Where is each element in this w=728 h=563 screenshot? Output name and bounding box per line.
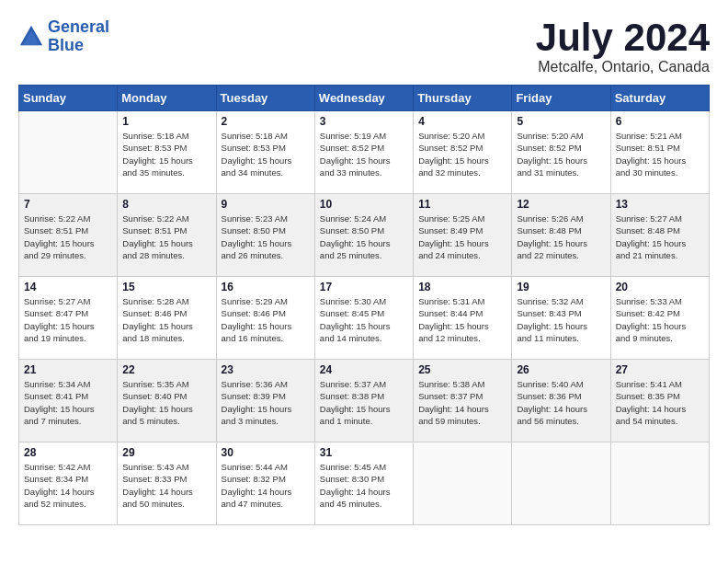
day-number: 7: [24, 198, 112, 211]
day-header-thursday: Thursday: [414, 86, 512, 111]
day-cell: 19Sunrise: 5:32 AMSunset: 8:43 PMDayligh…: [512, 277, 610, 360]
day-header-wednesday: Wednesday: [314, 86, 413, 111]
day-cell: 2Sunrise: 5:18 AMSunset: 8:53 PMDaylight…: [216, 111, 314, 194]
day-cell: 6Sunrise: 5:21 AMSunset: 8:51 PMDaylight…: [610, 111, 709, 194]
day-info: Sunrise: 5:40 AMSunset: 8:36 PMDaylight:…: [517, 378, 605, 427]
day-cell: [19, 111, 118, 194]
day-info: Sunrise: 5:38 AMSunset: 8:37 PMDaylight:…: [418, 378, 506, 427]
day-cell: 15Sunrise: 5:28 AMSunset: 8:46 PMDayligh…: [118, 277, 216, 360]
day-info: Sunrise: 5:31 AMSunset: 8:44 PMDaylight:…: [418, 295, 506, 344]
day-cell: 26Sunrise: 5:40 AMSunset: 8:36 PMDayligh…: [512, 360, 610, 442]
day-number: 16: [222, 281, 310, 293]
day-number: 2: [222, 115, 310, 128]
day-cell: 30Sunrise: 5:44 AMSunset: 8:32 PMDayligh…: [216, 442, 314, 525]
day-info: Sunrise: 5:44 AMSunset: 8:32 PMDaylight:…: [222, 461, 310, 510]
day-number: 14: [24, 281, 112, 293]
day-info: Sunrise: 5:41 AMSunset: 8:35 PMDaylight:…: [616, 378, 704, 427]
day-number: 23: [222, 363, 310, 376]
day-header-monday: Monday: [118, 86, 216, 111]
day-number: 6: [616, 115, 704, 128]
day-cell: 28Sunrise: 5:42 AMSunset: 8:34 PMDayligh…: [19, 442, 118, 525]
day-cell: 25Sunrise: 5:38 AMSunset: 8:37 PMDayligh…: [414, 360, 512, 442]
day-info: Sunrise: 5:27 AMSunset: 8:47 PMDaylight:…: [24, 295, 112, 344]
day-info: Sunrise: 5:27 AMSunset: 8:48 PMDaylight:…: [616, 213, 704, 261]
day-info: Sunrise: 5:25 AMSunset: 8:49 PMDaylight:…: [418, 213, 506, 261]
day-number: 26: [517, 363, 605, 376]
day-info: Sunrise: 5:20 AMSunset: 8:52 PMDaylight:…: [418, 130, 506, 178]
day-info: Sunrise: 5:34 AMSunset: 8:41 PMDaylight:…: [24, 378, 112, 427]
logo: General Blue: [18, 18, 109, 55]
day-cell: 17Sunrise: 5:30 AMSunset: 8:45 PMDayligh…: [314, 277, 413, 360]
day-cell: 1Sunrise: 5:18 AMSunset: 8:53 PMDaylight…: [118, 111, 216, 194]
day-number: 21: [24, 363, 112, 376]
week-row-2: 7Sunrise: 5:22 AMSunset: 8:51 PMDaylight…: [19, 194, 710, 277]
day-cell: 13Sunrise: 5:27 AMSunset: 8:48 PMDayligh…: [610, 194, 709, 277]
day-number: 4: [418, 115, 506, 128]
day-cell: [610, 442, 709, 525]
day-number: 20: [616, 281, 704, 293]
day-number: 18: [418, 281, 506, 293]
week-row-5: 28Sunrise: 5:42 AMSunset: 8:34 PMDayligh…: [19, 442, 710, 525]
day-number: 1: [122, 115, 210, 128]
logo-text: General Blue: [48, 18, 109, 55]
day-cell: [414, 442, 512, 525]
day-number: 17: [320, 281, 408, 293]
day-cell: 21Sunrise: 5:34 AMSunset: 8:41 PMDayligh…: [19, 360, 118, 442]
day-cell: 10Sunrise: 5:24 AMSunset: 8:50 PMDayligh…: [314, 194, 413, 277]
day-header-saturday: Saturday: [610, 86, 709, 111]
day-cell: 4Sunrise: 5:20 AMSunset: 8:52 PMDaylight…: [414, 111, 512, 194]
day-cell: 8Sunrise: 5:22 AMSunset: 8:51 PMDaylight…: [118, 194, 216, 277]
day-cell: 27Sunrise: 5:41 AMSunset: 8:35 PMDayligh…: [610, 360, 709, 442]
location-title: Metcalfe, Ontario, Canada: [536, 59, 710, 75]
day-info: Sunrise: 5:20 AMSunset: 8:52 PMDaylight:…: [517, 130, 605, 178]
month-title: July 2024: [536, 18, 710, 57]
day-number: 10: [320, 198, 408, 211]
day-cell: 24Sunrise: 5:37 AMSunset: 8:38 PMDayligh…: [314, 360, 413, 442]
day-info: Sunrise: 5:42 AMSunset: 8:34 PMDaylight:…: [24, 461, 112, 510]
day-cell: 9Sunrise: 5:23 AMSunset: 8:50 PMDaylight…: [216, 194, 314, 277]
day-number: 28: [24, 446, 112, 459]
day-info: Sunrise: 5:30 AMSunset: 8:45 PMDaylight:…: [320, 295, 408, 344]
day-cell: 3Sunrise: 5:19 AMSunset: 8:52 PMDaylight…: [314, 111, 413, 194]
day-cell: 29Sunrise: 5:43 AMSunset: 8:33 PMDayligh…: [118, 442, 216, 525]
day-cell: 16Sunrise: 5:29 AMSunset: 8:46 PMDayligh…: [216, 277, 314, 360]
day-info: Sunrise: 5:32 AMSunset: 8:43 PMDaylight:…: [517, 295, 605, 344]
day-cell: 5Sunrise: 5:20 AMSunset: 8:52 PMDaylight…: [512, 111, 610, 194]
day-info: Sunrise: 5:18 AMSunset: 8:53 PMDaylight:…: [122, 130, 210, 178]
day-cell: [512, 442, 610, 525]
day-number: 22: [122, 363, 210, 376]
day-info: Sunrise: 5:37 AMSunset: 8:38 PMDaylight:…: [320, 378, 408, 427]
week-row-3: 14Sunrise: 5:27 AMSunset: 8:47 PMDayligh…: [19, 277, 710, 360]
day-cell: 7Sunrise: 5:22 AMSunset: 8:51 PMDaylight…: [19, 194, 118, 277]
day-info: Sunrise: 5:35 AMSunset: 8:40 PMDaylight:…: [122, 378, 210, 427]
day-info: Sunrise: 5:24 AMSunset: 8:50 PMDaylight:…: [320, 213, 408, 261]
calendar: SundayMondayTuesdayWednesdayThursdayFrid…: [18, 85, 710, 525]
day-number: 3: [320, 115, 408, 128]
day-info: Sunrise: 5:28 AMSunset: 8:46 PMDaylight:…: [122, 295, 210, 344]
day-number: 29: [122, 446, 210, 459]
day-info: Sunrise: 5:33 AMSunset: 8:42 PMDaylight:…: [616, 295, 704, 344]
day-number: 27: [616, 363, 704, 376]
day-info: Sunrise: 5:36 AMSunset: 8:39 PMDaylight:…: [222, 378, 310, 427]
day-number: 30: [222, 446, 310, 459]
day-number: 19: [517, 281, 605, 293]
title-area: July 2024 Metcalfe, Ontario, Canada: [536, 18, 710, 75]
day-info: Sunrise: 5:22 AMSunset: 8:51 PMDaylight:…: [24, 213, 112, 261]
day-number: 13: [616, 198, 704, 211]
day-number: 5: [517, 115, 605, 128]
day-number: 9: [222, 198, 310, 211]
calendar-header-row: SundayMondayTuesdayWednesdayThursdayFrid…: [19, 86, 710, 111]
day-number: 11: [418, 198, 506, 211]
day-cell: 12Sunrise: 5:26 AMSunset: 8:48 PMDayligh…: [512, 194, 610, 277]
page-header: General Blue July 2024 Metcalfe, Ontario…: [18, 18, 710, 75]
logo-icon: [18, 24, 44, 50]
day-cell: 23Sunrise: 5:36 AMSunset: 8:39 PMDayligh…: [216, 360, 314, 442]
day-header-tuesday: Tuesday: [216, 86, 314, 111]
day-info: Sunrise: 5:21 AMSunset: 8:51 PMDaylight:…: [616, 130, 704, 178]
day-header-friday: Friday: [512, 86, 610, 111]
day-info: Sunrise: 5:26 AMSunset: 8:48 PMDaylight:…: [517, 213, 605, 261]
day-cell: 20Sunrise: 5:33 AMSunset: 8:42 PMDayligh…: [610, 277, 709, 360]
day-info: Sunrise: 5:23 AMSunset: 8:50 PMDaylight:…: [222, 213, 310, 261]
day-cell: 14Sunrise: 5:27 AMSunset: 8:47 PMDayligh…: [19, 277, 118, 360]
day-info: Sunrise: 5:45 AMSunset: 8:30 PMDaylight:…: [320, 461, 408, 510]
